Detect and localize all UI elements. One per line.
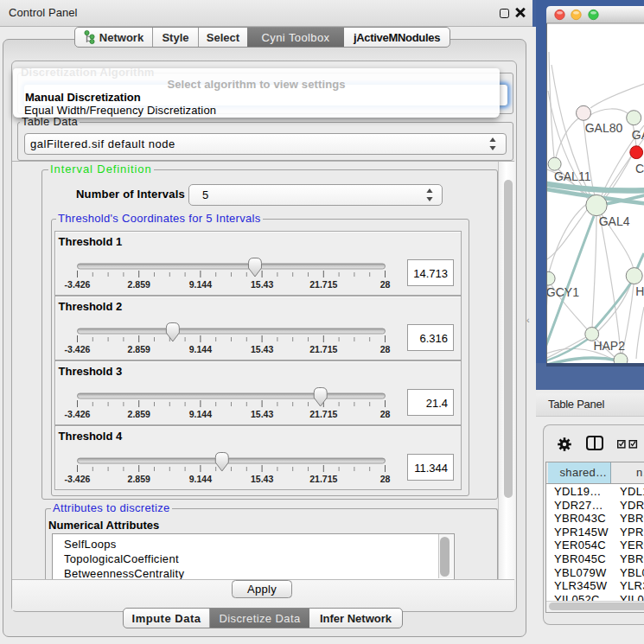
svg-text:2.859: 2.859 [128, 474, 150, 484]
svg-text:-3.426: -3.426 [65, 474, 91, 484]
svg-text:9.144: 9.144 [189, 409, 212, 419]
svg-text:2.859: 2.859 [128, 409, 150, 419]
svg-text:9.144: 9.144 [189, 344, 212, 354]
svg-text:21.715: 21.715 [309, 474, 337, 484]
svg-text:21.715: 21.715 [309, 279, 337, 290]
svg-text:28: 28 [380, 474, 391, 484]
svg-text:GAL: GAL [632, 128, 644, 142]
svg-text:GAL11: GAL11 [554, 169, 591, 183]
svg-text:GAL4: GAL4 [599, 214, 630, 228]
svg-text:HAP2: HAP2 [593, 339, 625, 353]
svg-text:15.43: 15.43 [251, 344, 273, 354]
svg-text:15.43: 15.43 [251, 409, 273, 419]
svg-text:9.144: 9.144 [189, 474, 212, 484]
svg-text:C: C [635, 162, 644, 175]
svg-text:H: H [635, 284, 644, 298]
svg-text:28: 28 [380, 409, 391, 419]
svg-text:21.715: 21.715 [309, 409, 337, 419]
svg-text:28: 28 [380, 344, 391, 354]
svg-text:28: 28 [380, 279, 391, 290]
svg-text:-3.426: -3.426 [65, 279, 91, 290]
svg-text:15.43: 15.43 [251, 474, 273, 484]
svg-text:21.715: 21.715 [309, 344, 337, 354]
svg-text:9.144: 9.144 [189, 279, 212, 290]
svg-text:GCY1: GCY1 [546, 285, 579, 299]
svg-text:-3.426: -3.426 [65, 409, 91, 419]
svg-text:15.43: 15.43 [251, 279, 273, 290]
svg-text:2.859: 2.859 [128, 344, 150, 354]
svg-text:2.859: 2.859 [128, 279, 150, 290]
svg-text:-3.426: -3.426 [65, 344, 91, 354]
svg-text:GAL80: GAL80 [585, 121, 623, 135]
